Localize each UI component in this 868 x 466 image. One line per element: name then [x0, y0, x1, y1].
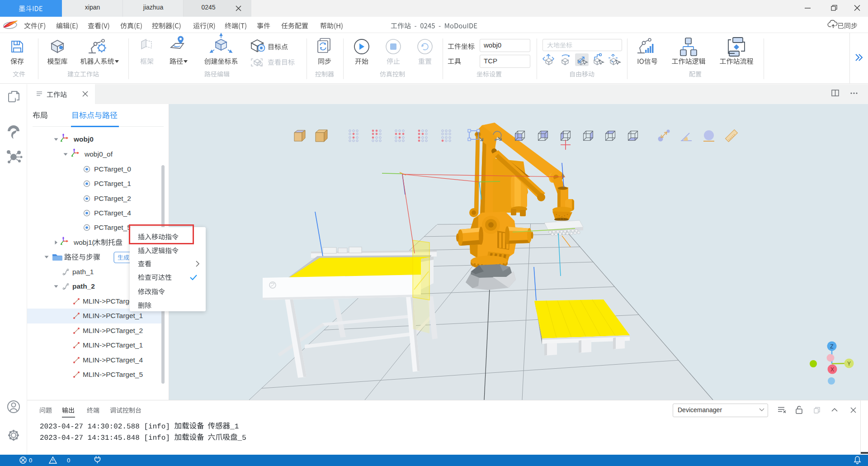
svg-text:Z: Z — [830, 343, 833, 350]
svg-text:Y: Y — [847, 361, 851, 367]
svg-text:X: X — [830, 366, 834, 373]
